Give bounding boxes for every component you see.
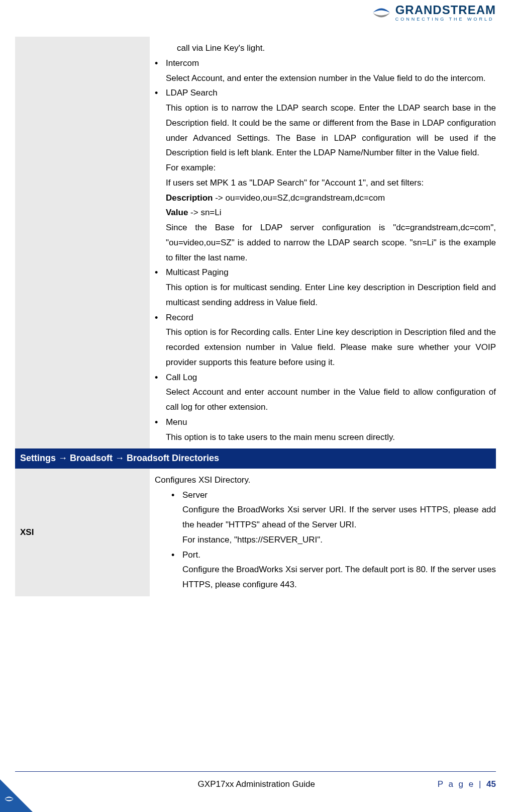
option-list: Server Configure the BroadWorks Xsi serv… — [155, 488, 496, 592]
setting-value-cell: call via Line Key's light. Intercom Sele… — [150, 37, 496, 448]
setting-label-cell: XSI — [15, 469, 150, 596]
item-extra: For example: — [166, 160, 496, 175]
logo-icon — [371, 4, 391, 22]
item-extra: Description -> ou=video,ou=SZ,dc=grandst… — [166, 191, 496, 206]
item-title: Multicast Paging — [166, 265, 496, 280]
setting-value-cell: Configures XSI Directory. Server Configu… — [150, 469, 496, 596]
item-extra: Value -> sn=Li — [166, 205, 496, 220]
logo-text: GRANDSTREAM CONNECTING THE WORLD — [395, 4, 496, 22]
item-desc: This option is for Recording calls. Ente… — [166, 325, 496, 370]
item-desc: Configure the BroadWorks Xsi server port… — [182, 562, 496, 592]
brand-tagline: CONNECTING THE WORLD — [395, 17, 496, 22]
page-number: P a g e | 45 — [438, 777, 496, 792]
list-item: Multicast Paging This option is for mult… — [166, 265, 496, 310]
page-footer: GXP17xx Administration Guide P a g e | 4… — [15, 771, 496, 792]
settings-table: call via Line Key's light. Intercom Sele… — [15, 37, 496, 596]
list-item: LDAP Search This option is to narrow the… — [166, 85, 496, 265]
item-title: Menu — [166, 415, 496, 430]
setting-label-cell — [15, 37, 150, 448]
item-extra: If users set MPK 1 as "LDAP Search" for … — [166, 175, 496, 191]
option-list: Intercom Select Account, and enter the e… — [155, 56, 496, 445]
item-desc: This option is to narrow the LDAP search… — [166, 101, 496, 160]
brand-name: GRANDSTREAM — [395, 4, 496, 16]
item-title: Intercom — [166, 56, 496, 71]
section-header-row: Settings → Broadsoft → Broadsoft Directo… — [15, 448, 496, 469]
list-item: Intercom Select Account, and enter the e… — [166, 56, 496, 86]
item-desc: This option is to take users to the main… — [166, 430, 496, 445]
table-row: call via Line Key's light. Intercom Sele… — [15, 37, 496, 448]
item-desc: Select Account, and enter the extension … — [166, 71, 496, 86]
section-header: Settings → Broadsoft → Broadsoft Directo… — [15, 448, 496, 469]
item-title: LDAP Search — [166, 85, 496, 101]
item-extra: Since the Base for LDAP server configura… — [166, 220, 496, 265]
item-desc: Configure the BroadWorks Xsi server URI.… — [182, 502, 496, 532]
item-title: Call Log — [166, 370, 496, 385]
list-item: Call Log Select Account and enter accoun… — [166, 370, 496, 415]
page-header: GRANDSTREAM CONNECTING THE WORLD — [15, 0, 496, 37]
continuation-text: call via Line Key's light. — [155, 41, 496, 56]
item-desc: This option is for multicast sending. En… — [166, 280, 496, 310]
item-extra: For instance, "https://SERVER_URI". — [182, 532, 496, 548]
corner-logo-icon — [4, 791, 14, 809]
list-item: Record This option is for Recording call… — [166, 310, 496, 370]
list-item: Menu This option is to take users to the… — [166, 415, 496, 445]
footer-title: GXP17xx Administration Guide — [75, 777, 438, 792]
intro-text: Configures XSI Directory. — [155, 473, 496, 488]
table-row: XSI Configures XSI Directory. Server Con… — [15, 469, 496, 596]
item-title: Record — [166, 310, 496, 325]
item-title: Server — [182, 488, 496, 503]
item-desc: Select Account and enter account number … — [166, 385, 496, 415]
list-item: Port. Configure the BroadWorks Xsi serve… — [182, 548, 496, 592]
item-title: Port. — [182, 548, 496, 563]
list-item: Server Configure the BroadWorks Xsi serv… — [182, 488, 496, 548]
